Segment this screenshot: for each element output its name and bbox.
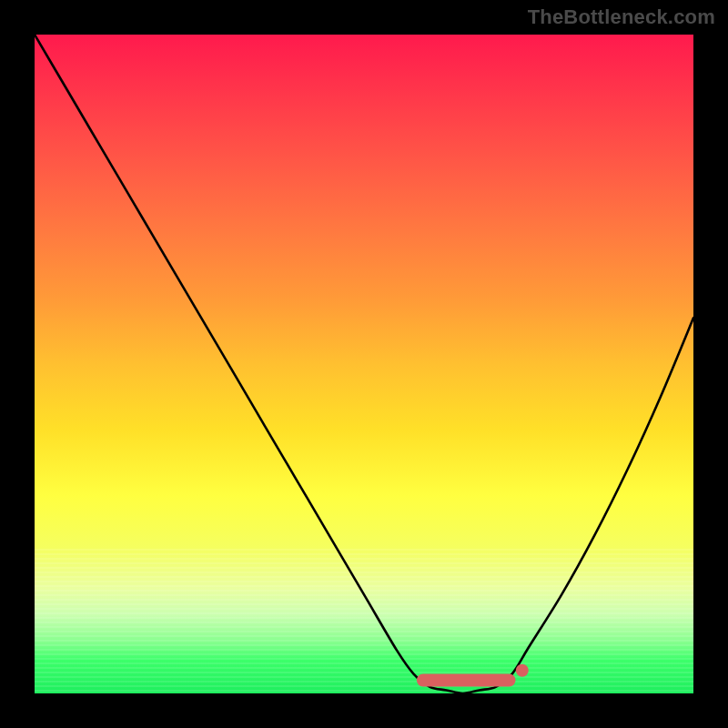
optimal-point-marker [516, 664, 529, 677]
optimal-band-marker [417, 674, 516, 687]
chart-frame: TheBottleneck.com [0, 0, 728, 728]
watermark-text: TheBottleneck.com [528, 5, 715, 29]
horizon-band-overlay [35, 549, 693, 693]
plot-area [35, 35, 693, 693]
curve-path [35, 35, 693, 693]
bottleneck-curve [35, 35, 693, 693]
